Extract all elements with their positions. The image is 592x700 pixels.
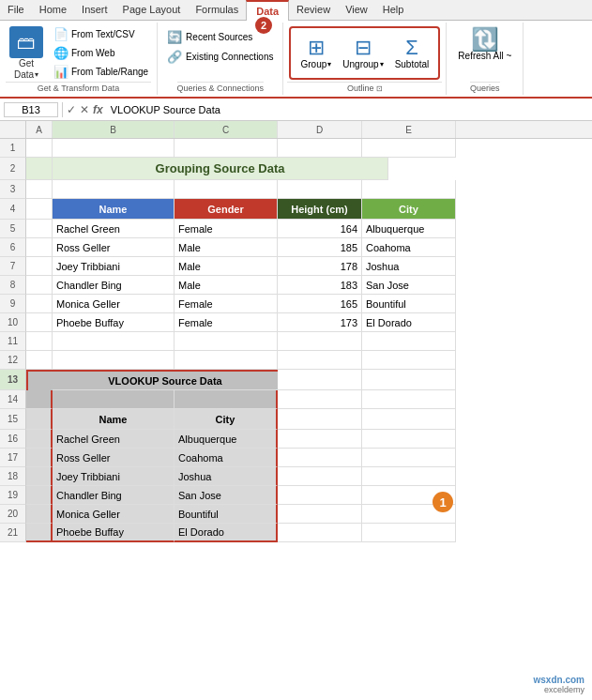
header-name: Name <box>53 199 175 220</box>
formula-icon-check[interactable]: ✓ <box>67 103 76 116</box>
row-15: 15 Name City <box>0 409 592 430</box>
outline-group: ⊞ Group ▾ ⊟ Ungroup ▾ Σ <box>283 23 447 95</box>
ribbon-tabs: File Home Insert Page Layout Formulas Da… <box>0 0 592 21</box>
cell-reference[interactable]: B13 <box>4 102 58 117</box>
vlookup-header-city: City <box>175 409 278 430</box>
col-header-c: C <box>175 121 278 138</box>
row-1: 1 <box>0 139 592 158</box>
row-3: 3 <box>0 180 592 199</box>
row-16: 16 Rachel Green Albuquerque <box>0 430 592 449</box>
refresh-group: 🔃 Refresh All ~ Queries <box>447 23 524 95</box>
get-transform-group: 🗃 Get Data ▾ 📄 From Text/CSV 🌐 From Web <box>0 23 158 95</box>
col-header-d: D <box>278 121 362 138</box>
row-8: 8 Chandler Bing Male 183 San Jose <box>0 276 592 295</box>
col-headers-row: A B C D E <box>0 121 592 139</box>
vlookup-header-name: Name <box>53 409 175 430</box>
queries-label: Queries & Connections <box>177 82 265 93</box>
r5-height: 164 <box>278 220 362 238</box>
tab-help[interactable]: Help <box>375 0 412 20</box>
vlookup-title-cell: VLOOKUP Source Data <box>53 370 278 390</box>
spreadsheet: A B C D E 1 2 Grouping Source Data <box>0 121 592 542</box>
r5-name: Rachel Green <box>53 220 175 238</box>
header-gender: Gender <box>175 199 278 220</box>
tab-view[interactable]: View <box>338 0 375 20</box>
header-city: City <box>362 199 456 220</box>
r5-city: Albuquerque <box>362 220 456 238</box>
row-19: 19 Chandler Bing San Jose <box>0 486 592 505</box>
refresh-all-button[interactable]: 🔃 Refresh All ~ <box>454 24 515 82</box>
outline-label: Outline ⊡ <box>287 82 442 93</box>
spreadsheet-title: Grouping Source Data <box>53 158 388 180</box>
formula-icon-cancel[interactable]: ✕ <box>80 103 89 116</box>
from-web-button[interactable]: 🌐 From Web <box>51 44 151 62</box>
row-5: 5 Rachel Green Female 164 Albuquerque <box>0 220 592 238</box>
row-4-headers: 4 Name Gender Height (cm) City <box>0 199 592 220</box>
watermark: wsxdn.com exceldemy <box>534 675 584 694</box>
row-20: 20 Monica Geller Bountiful <box>0 505 592 524</box>
row-10: 10 Phoebe Buffay Female 173 El Dorado <box>0 313 592 332</box>
ungroup-button[interactable]: ⊟ Ungroup ▾ <box>339 35 387 71</box>
badge-2: 2 <box>255 17 272 34</box>
ribbon-content: 🗃 Get Data ▾ 📄 From Text/CSV 🌐 From Web <box>0 21 592 99</box>
badge-1: 1 <box>433 492 453 512</box>
row-14: 14 <box>0 390 592 409</box>
existing-connections-button[interactable]: 🔗 Existing Connections <box>163 48 277 66</box>
tab-page-layout[interactable]: Page Layout <box>115 0 189 20</box>
get-transform-label: Get & Transform Data <box>6 82 151 93</box>
watermark-sub: exceldemy <box>544 685 584 694</box>
get-data-button[interactable]: 🗃 Get Data ▾ <box>6 24 47 82</box>
from-text-csv-button[interactable]: 📄 From Text/CSV <box>51 25 151 43</box>
subtotal-button[interactable]: Σ Subtotal <box>391 35 433 71</box>
formula-bar: B13 ✓ ✕ fx VLOOKUP Source Data <box>0 99 592 121</box>
small-buttons-col: 📄 From Text/CSV 🌐 From Web 📊 From Table/… <box>51 25 151 81</box>
row-7: 7 Joey Tribbiani Male 178 Joshua <box>0 257 592 276</box>
row-9: 9 Monica Geller Female 165 Bountiful <box>0 295 592 313</box>
col-header-b: B <box>53 121 175 138</box>
row-12: 12 <box>0 351 592 370</box>
tab-file[interactable]: File <box>0 0 32 20</box>
header-height: Height (cm) <box>278 199 362 220</box>
group-button[interactable]: ⊞ Group ▾ <box>296 35 335 71</box>
row-6: 6 Ross Geller Male 185 Coahoma <box>0 238 592 257</box>
row-21: 21 Phoebe Buffay El Dorado <box>0 524 592 542</box>
row-11: 11 <box>0 332 592 351</box>
from-table-button[interactable]: 📊 From Table/Range <box>51 63 151 81</box>
row-13: 13 VLOOKUP Source Data <box>0 370 592 390</box>
col-header-a: A <box>26 121 53 138</box>
tab-review[interactable]: Review <box>289 0 338 20</box>
col-header-e: E <box>362 121 456 138</box>
formula-input[interactable]: VLOOKUP Source Data <box>107 103 588 116</box>
formula-icon-fx[interactable]: fx <box>93 103 103 116</box>
tab-home[interactable]: Home <box>32 0 74 20</box>
row-2: 2 Grouping Source Data <box>0 158 592 180</box>
grid-body: 1 2 Grouping Source Data 3 <box>0 139 592 542</box>
row-18: 18 Joey Tribbiani Joshua <box>0 467 592 486</box>
r5-gender: Female <box>175 220 278 238</box>
row-17: 17 Ross Geller Coahoma <box>0 449 592 467</box>
tab-insert[interactable]: Insert <box>74 0 115 20</box>
refresh-label: Queries <box>470 82 500 93</box>
watermark-site: wsxdn.com <box>534 675 584 685</box>
tab-formulas[interactable]: Formulas <box>188 0 246 20</box>
